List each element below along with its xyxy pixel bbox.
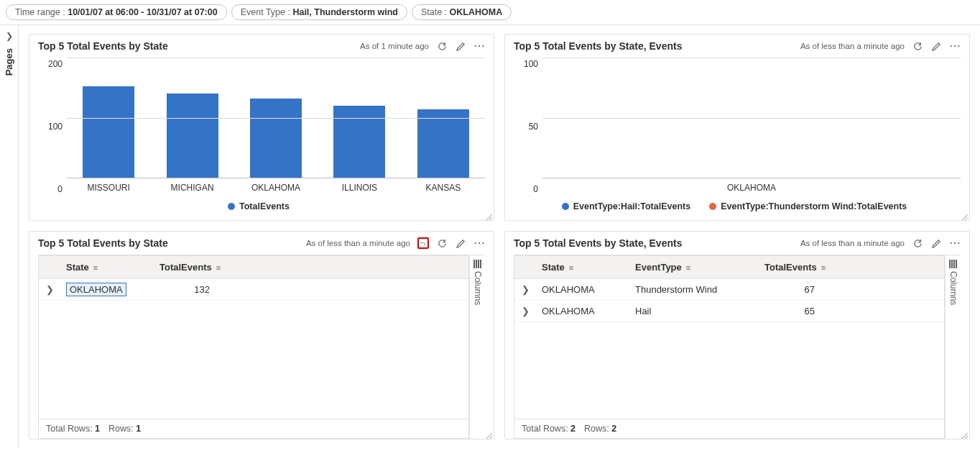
- bar-kansas[interactable]: [417, 109, 469, 178]
- cell-eventtype: Thunderstorm Wind: [628, 284, 757, 295]
- cell-state: OKLAHOMA: [535, 306, 628, 316]
- more-icon[interactable]: ⋯: [949, 237, 961, 249]
- menu-icon[interactable]: ≡: [821, 263, 826, 272]
- col-state[interactable]: State≡: [59, 262, 152, 273]
- undo-icon[interactable]: [417, 237, 429, 249]
- refresh-icon[interactable]: [436, 40, 448, 52]
- edit-icon[interactable]: [930, 237, 942, 249]
- card-top5-states-events-table: Top 5 Total Events by State, Events As o…: [504, 231, 970, 439]
- bars-area: [542, 58, 961, 178]
- expand-row-icon[interactable]: ❯: [514, 284, 535, 295]
- legend-item-thunderstorm[interactable]: EventType:Thunderstorm Wind:TotalEvents: [709, 201, 907, 211]
- table-header: State≡ TotalEvents≡: [39, 256, 468, 279]
- col-state[interactable]: State≡: [535, 262, 628, 273]
- cell-total: 132: [152, 284, 217, 295]
- legend-item-total[interactable]: TotalEvents: [228, 201, 290, 211]
- card-top5-states-table: Top 5 Total Events by State As of less t…: [29, 231, 494, 439]
- table-row[interactable]: ❯ OKLAHOMA 132: [39, 279, 468, 301]
- pages-tab[interactable]: Pages: [4, 48, 14, 76]
- card-top5-states-chart: Top 5 Total Events by State As of 1 minu…: [29, 34, 494, 221]
- more-icon[interactable]: ⋯: [473, 40, 485, 52]
- menu-icon[interactable]: ≡: [569, 263, 573, 272]
- table-row[interactable]: ❯ OKLAHOMA Thunderstorm Wind 67: [514, 279, 944, 301]
- cell-state: OKLAHOMA: [535, 284, 628, 295]
- filter-pill-time[interactable]: Time range : 10/01/07 at 06:00 - 10/31/0…: [6, 4, 227, 20]
- table-header: State≡ EventType≡ TotalEvents≡: [514, 256, 944, 279]
- resize-handle-icon[interactable]: [485, 211, 492, 219]
- edit-icon[interactable]: [455, 237, 466, 249]
- expand-row-icon[interactable]: ❯: [39, 284, 59, 295]
- bar-illinois[interactable]: [333, 106, 385, 178]
- x-axis: MISSOURI MICHIGAN OKLAHOMA ILLINOIS KANS…: [67, 178, 485, 194]
- y-axis: 100 50 0: [508, 58, 542, 194]
- col-eventtype[interactable]: EventType≡: [628, 262, 757, 273]
- refresh-icon[interactable]: [912, 40, 923, 52]
- cell-eventtype: Hail: [628, 306, 757, 316]
- filter-pill-event-type[interactable]: Event Type : Hail, Thunderstorm wind: [231, 4, 407, 20]
- table-row[interactable]: ❯ OKLAHOMA Hail 65: [514, 301, 944, 322]
- edit-icon[interactable]: [930, 40, 942, 52]
- menu-icon[interactable]: ≡: [686, 263, 690, 272]
- resize-handle-icon[interactable]: [961, 430, 968, 437]
- legend: TotalEvents: [32, 194, 485, 214]
- columns-icon: [473, 260, 481, 268]
- filter-bar: Time range : 10/01/07 at 06:00 - 10/31/0…: [0, 0, 980, 25]
- bar-oklahoma[interactable]: [250, 99, 302, 178]
- legend: EventType:Hail:TotalEvents EventType:Thu…: [508, 194, 961, 214]
- bar-missouri[interactable]: [83, 86, 134, 178]
- col-totalevents[interactable]: TotalEvents≡: [757, 262, 833, 273]
- resize-handle-icon[interactable]: [485, 430, 492, 437]
- asof-text: As of less than a minute ago: [800, 42, 905, 50]
- asof-text: As of less than a minute ago: [800, 239, 905, 247]
- x-axis: OKLAHOMA: [542, 178, 961, 194]
- refresh-icon[interactable]: [912, 237, 923, 249]
- edit-icon[interactable]: [455, 40, 466, 52]
- asof-text: As of 1 minute ago: [360, 42, 429, 50]
- menu-icon[interactable]: ≡: [93, 263, 98, 272]
- cell-total: 65: [757, 306, 822, 316]
- more-icon[interactable]: ⋯: [473, 237, 485, 249]
- columns-toggle[interactable]: Columns: [469, 255, 485, 439]
- card-title: Top 5 Total Events by State: [38, 237, 168, 249]
- dashboard-grid: Top 5 Total Events by State As of 1 minu…: [19, 25, 980, 448]
- columns-toggle[interactable]: Columns: [945, 255, 961, 439]
- card-top5-states-events-chart: Top 5 Total Events by State, Events As o…: [504, 34, 970, 221]
- more-icon[interactable]: ⋯: [949, 40, 961, 52]
- bar-michigan[interactable]: [167, 94, 218, 178]
- legend-item-hail[interactable]: EventType:Hail:TotalEvents: [562, 201, 690, 211]
- card-title: Top 5 Total Events by State: [38, 40, 168, 52]
- cell-total: 67: [757, 284, 822, 295]
- card-title: Top 5 Total Events by State, Events: [514, 40, 682, 52]
- asof-text: As of less than a minute ago: [306, 239, 410, 247]
- menu-icon[interactable]: ≡: [216, 263, 221, 272]
- card-title: Top 5 Total Events by State, Events: [514, 237, 682, 249]
- cell-state[interactable]: OKLAHOMA: [66, 283, 126, 296]
- col-totalevents[interactable]: TotalEvents≡: [152, 262, 246, 273]
- bars-area: [67, 58, 485, 178]
- expand-rail-icon[interactable]: ❯: [6, 31, 13, 41]
- table-footer: Total Rows: 1 Rows: 1: [39, 419, 468, 438]
- y-axis: 200 100 0: [32, 58, 67, 194]
- expand-row-icon[interactable]: ❯: [514, 306, 535, 316]
- columns-icon: [949, 260, 957, 268]
- resize-handle-icon[interactable]: [961, 211, 968, 219]
- table-footer: Total Rows: 2 Rows: 2: [514, 419, 944, 438]
- side-rail: ❯ Pages: [0, 25, 19, 448]
- refresh-icon[interactable]: [436, 237, 448, 249]
- filter-pill-state[interactable]: State : OKLAHOMA: [412, 4, 512, 20]
